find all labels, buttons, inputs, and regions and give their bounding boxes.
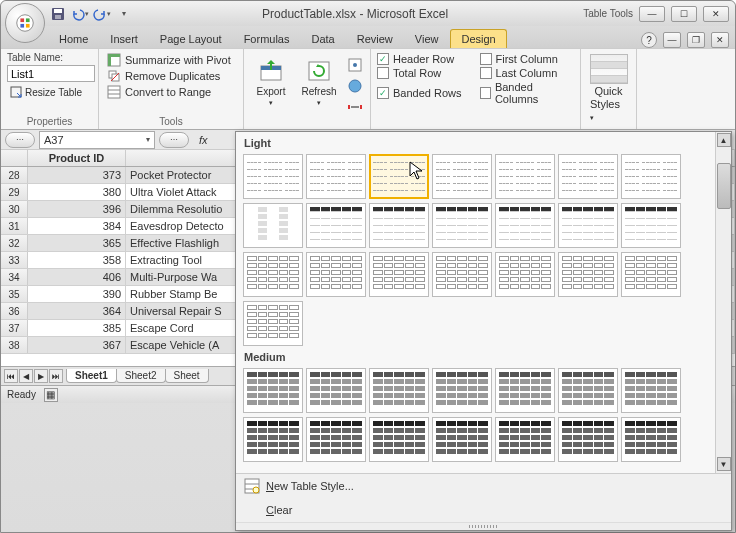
open-browser-button[interactable] [346,77,364,95]
row-header[interactable]: 30 [1,201,28,217]
sheet-tab-3[interactable]: Sheet [165,369,209,383]
banded-rows-checkbox[interactable]: ✓Banded Rows [377,81,472,105]
row-header[interactable]: 31 [1,218,28,234]
table-style-swatch[interactable] [621,368,681,413]
banded-cols-checkbox[interactable]: Banded Columns [480,81,575,105]
cell-product-id[interactable]: 380 [28,184,126,200]
header-row-checkbox[interactable]: ✓Header Row [377,53,472,65]
column-header-a[interactable]: Product ID [28,150,126,166]
scroll-down-button[interactable]: ▼ [717,457,731,471]
table-style-swatch[interactable] [495,252,555,297]
fx-handle[interactable]: ⋯ [159,132,189,148]
row-header[interactable]: 35 [1,286,28,302]
sheet-nav-next[interactable]: ▶ [34,369,48,383]
export-button[interactable]: Export ▾ [250,56,292,109]
clear-style-button[interactable]: Clear [236,498,731,522]
table-style-swatch[interactable] [558,203,618,248]
table-style-swatch[interactable] [243,203,303,248]
properties-small-button[interactable] [346,56,364,74]
new-table-style-button[interactable]: New Table Style... [236,474,731,498]
sheet-nav-first[interactable]: ⏮ [4,369,18,383]
table-style-swatch[interactable] [306,154,366,199]
help-button[interactable]: ? [641,32,657,48]
table-style-swatch[interactable] [558,368,618,413]
sheet-tab-1[interactable]: Sheet1 [66,369,117,383]
table-style-swatch[interactable] [306,417,366,462]
cell-product-id[interactable]: 364 [28,303,126,319]
remove-duplicates-button[interactable]: Remove Duplicates [105,68,237,84]
cell-product-id[interactable]: 367 [28,337,126,353]
table-style-swatch[interactable] [306,252,366,297]
table-style-swatch[interactable] [432,154,492,199]
table-style-swatch[interactable] [621,203,681,248]
table-style-swatch[interactable] [558,154,618,199]
scroll-thumb[interactable] [717,163,731,209]
table-style-swatch[interactable] [306,203,366,248]
doc-restore[interactable]: ❐ [687,32,705,48]
sheet-nav-last[interactable]: ⏭ [49,369,63,383]
cell-product-id[interactable]: 390 [28,286,126,302]
redo-button[interactable]: ▾ [93,5,111,23]
unlink-button[interactable] [346,98,364,116]
table-style-swatch[interactable] [558,252,618,297]
gallery-resize-grip[interactable] [236,522,731,530]
row-header[interactable]: 28 [1,167,28,183]
tab-home[interactable]: Home [49,30,98,48]
close-button[interactable]: ✕ [703,6,729,22]
tab-view[interactable]: View [405,30,449,48]
undo-button[interactable]: ▾ [71,5,89,23]
table-style-swatch[interactable] [558,417,618,462]
scroll-up-button[interactable]: ▲ [717,133,731,147]
name-box[interactable]: A37 ▾ [39,131,155,149]
office-button[interactable] [5,3,45,43]
minimize-button[interactable]: — [639,6,665,22]
cell-product-id[interactable]: 365 [28,235,126,251]
tab-page-layout[interactable]: Page Layout [150,30,232,48]
sheet-nav-prev[interactable]: ◀ [19,369,33,383]
table-style-swatch[interactable] [432,252,492,297]
table-name-input[interactable] [7,65,95,82]
table-style-swatch[interactable] [432,417,492,462]
refresh-button[interactable]: Refresh ▾ [298,56,340,109]
table-style-swatch[interactable] [243,417,303,462]
table-style-swatch[interactable] [621,252,681,297]
table-style-swatch[interactable] [495,417,555,462]
tab-insert[interactable]: Insert [100,30,148,48]
qat-customize[interactable]: ▾ [115,5,133,23]
tab-data[interactable]: Data [301,30,344,48]
save-button[interactable] [49,5,67,23]
table-style-swatch[interactable] [621,154,681,199]
last-column-checkbox[interactable]: Last Column [480,67,575,79]
select-all-corner[interactable] [1,150,28,166]
quick-styles-button[interactable]: Quick Styles ▾ [587,51,630,125]
table-style-swatch[interactable] [432,203,492,248]
row-header[interactable]: 29 [1,184,28,200]
cell-product-id[interactable]: 384 [28,218,126,234]
table-style-swatch[interactable] [495,154,555,199]
table-style-swatch[interactable] [432,368,492,413]
table-style-swatch[interactable] [243,252,303,297]
namebox-handle[interactable]: ⋯ [5,132,35,148]
row-header[interactable]: 33 [1,252,28,268]
table-style-swatch[interactable] [243,368,303,413]
tab-review[interactable]: Review [347,30,403,48]
table-style-swatch[interactable] [369,368,429,413]
first-column-checkbox[interactable]: First Column [480,53,575,65]
tab-design[interactable]: Design [450,29,506,48]
table-style-swatch[interactable] [369,417,429,462]
total-row-checkbox[interactable]: Total Row [377,67,472,79]
row-header[interactable]: 36 [1,303,28,319]
table-style-swatch[interactable] [495,203,555,248]
maximize-button[interactable]: ☐ [671,6,697,22]
sheet-tab-2[interactable]: Sheet2 [116,369,166,383]
cell-product-id[interactable]: 358 [28,252,126,268]
table-style-swatch[interactable] [369,252,429,297]
table-style-swatch[interactable] [369,154,429,199]
row-header[interactable]: 37 [1,320,28,336]
table-style-swatch[interactable] [621,417,681,462]
doc-minimize[interactable]: — [663,32,681,48]
tab-formulas[interactable]: Formulas [234,30,300,48]
macro-record-icon[interactable]: ▦ [44,388,58,402]
cell-product-id[interactable]: 385 [28,320,126,336]
cell-product-id[interactable]: 373 [28,167,126,183]
